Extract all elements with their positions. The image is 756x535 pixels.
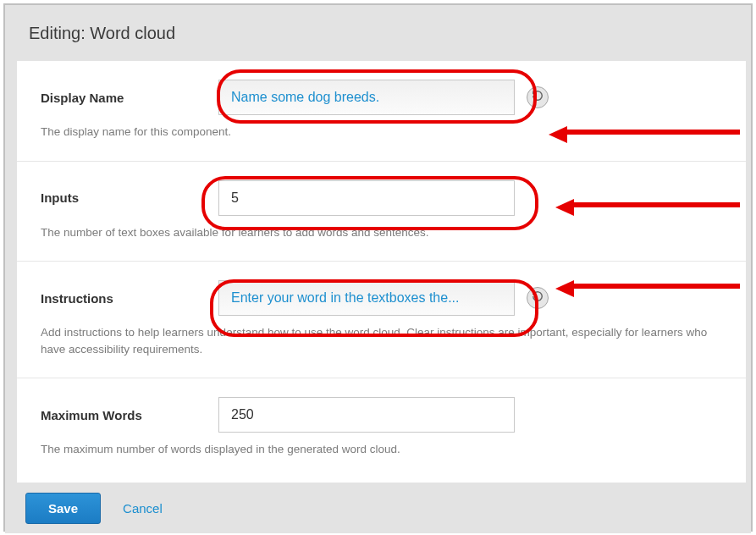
max-words-label: Maximum Words	[41, 408, 218, 422]
modal-header: Editing: Word cloud	[5, 5, 751, 61]
instructions-help: Add instructions to help learners unders…	[41, 324, 722, 357]
max-words-help: The maximum number of words displayed in…	[41, 441, 722, 458]
instructions-label: Instructions	[41, 291, 218, 306]
cancel-button[interactable]: Cancel	[123, 501, 163, 516]
display-name-revert-button[interactable]	[527, 86, 549, 108]
display-name-help: The display name for this component.	[41, 124, 722, 141]
inputs-help: The number of text boxes available for l…	[41, 224, 722, 241]
save-button[interactable]: Save	[25, 493, 101, 524]
settings-scroll-area[interactable]: Display Name The display name for this c…	[17, 61, 746, 483]
modal-title: Editing: Word cloud	[29, 24, 175, 43]
max-words-input[interactable]	[218, 397, 515, 433]
field-instructions: Instructions Add instructions to help le…	[17, 262, 746, 378]
display-name-input[interactable]	[218, 80, 515, 115]
field-display-name: Display Name The display name for this c…	[17, 61, 746, 162]
revert-icon	[532, 90, 544, 105]
modal-footer: Save Cancel	[5, 483, 751, 533]
field-inputs: Inputs The number of text boxes availabl…	[17, 162, 746, 262]
instructions-revert-button[interactable]	[527, 287, 549, 309]
display-name-label: Display Name	[41, 91, 218, 105]
inputs-input[interactable]	[218, 180, 515, 216]
field-max-words: Maximum Words The maximum number of word…	[17, 378, 746, 478]
revert-icon	[532, 290, 544, 306]
instructions-input[interactable]	[218, 280, 515, 316]
inputs-label: Inputs	[41, 190, 218, 205]
